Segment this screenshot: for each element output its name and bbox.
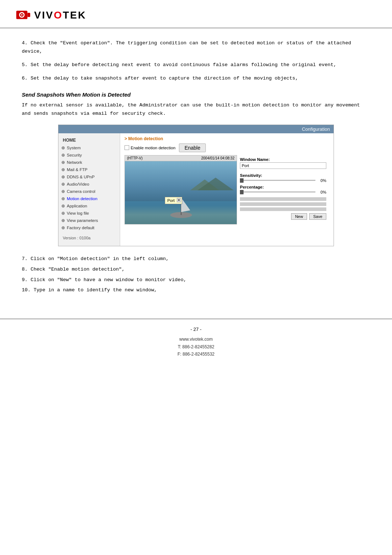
sidebar-item-label: Factory default	[67, 226, 94, 230]
instructions-list: 7. Click on "Motion detection" in the le…	[22, 255, 370, 295]
enable-button[interactable]: Enable	[179, 143, 206, 152]
enable-row: Enable motion detection Enable	[124, 143, 329, 152]
svg-rect-3	[28, 13, 30, 17]
sidebar-item-label: Security	[67, 153, 82, 157]
sensitivity-value: 0%	[318, 178, 326, 183]
port-input[interactable]	[240, 162, 326, 169]
page-header: VIVOTEK	[0, 0, 392, 28]
version-text: Version : 0100a	[58, 233, 120, 243]
text-line-2	[240, 202, 326, 206]
percentage-label: Percentage:	[240, 185, 326, 189]
footer-phone: T: 886-2-82455282	[0, 343, 392, 351]
video-protocol: (HTTP-V)	[127, 156, 143, 160]
sensitivity-slider-row: 0%	[240, 178, 326, 183]
bullet-icon: ⊕	[61, 145, 65, 150]
percentage-slider-row: 0%	[240, 190, 326, 194]
sensitivity-track[interactable]	[240, 180, 315, 181]
config-sidebar: HOME ⊕ System ⊕ Security ⊕ Network ⊕ Mai…	[58, 133, 120, 246]
sidebar-item-factory-default[interactable]: ⊕ Factory default	[58, 224, 120, 231]
sidebar-item-security[interactable]: ⊕ Security	[58, 151, 120, 159]
section-heading: Send Snapshots When Motion is Detected	[22, 92, 370, 98]
sidebar-item-label: Motion detection	[67, 197, 97, 201]
main-content: 4. Check the "Event operation". The trig…	[0, 28, 392, 304]
page-number: - 27 -	[0, 327, 392, 332]
sidebar-item-label: Camera control	[67, 189, 95, 194]
bullet-icon: ⊕	[61, 174, 65, 179]
new-button[interactable]: New	[291, 213, 307, 220]
sensitivity-label: Sensitivity:	[240, 173, 326, 178]
sidebar-item-label: View parameters	[67, 218, 98, 223]
bullet-icon: ⊕	[61, 153, 65, 158]
config-title-text: Configuration	[302, 126, 330, 132]
section-intro: If no external sensor is available, the …	[22, 101, 370, 118]
sidebar-item-camera-control[interactable]: ⊕ Camera control	[58, 188, 120, 195]
footer-website: www.vivotek.com	[0, 336, 392, 343]
port-popup-label: Port	[167, 198, 175, 203]
instruction-9: 9. Click on "New" to have a new window t…	[22, 276, 370, 284]
page-footer: - 27 - www.vivotek.com T: 886-2-82455282…	[0, 319, 392, 365]
video-frame: Port ✕	[124, 161, 237, 224]
text-line-3	[240, 207, 326, 211]
paragraph-4: 4. Check the "Event operation". The trig…	[22, 39, 370, 56]
sidebar-item-label: Mail & FTP	[67, 167, 87, 172]
logo-brand-text: VIVOTEK	[34, 9, 86, 21]
sidebar-item-label: View log file	[67, 211, 89, 215]
footer-contact: www.vivotek.com T: 886-2-82455282 F: 886…	[0, 336, 392, 358]
sidebar-item-application[interactable]: ⊕ Application	[58, 202, 120, 210]
sidebar-item-label: DDNS & UPnP	[67, 175, 95, 179]
percentage-track[interactable]	[240, 191, 315, 193]
logo-area: VIVOTEK	[15, 7, 377, 24]
instruction-8: 8. Check "Enable motion detection",	[22, 266, 370, 274]
bullet-icon: ⊕	[61, 160, 65, 165]
bullet-icon: ⊕	[61, 182, 65, 187]
vivotek-logo-icon	[15, 7, 32, 24]
sensitivity-thumb[interactable]	[240, 178, 244, 183]
sidebar-item-ddns-upnp[interactable]: ⊕ DDNS & UPnP	[58, 173, 120, 181]
sidebar-item-view-parameters[interactable]: ⊕ View parameters	[58, 217, 120, 224]
sidebar-item-label: Application	[67, 204, 87, 208]
config-title-bar: Configuration	[58, 125, 334, 133]
port-close-button[interactable]: ✕	[177, 198, 181, 202]
sidebar-item-label: System	[67, 146, 81, 150]
percentage-thumb[interactable]	[240, 190, 244, 194]
bullet-icon: ⊕	[61, 211, 65, 216]
action-buttons: New Save	[240, 213, 326, 220]
motion-detection-title: > Motion detection	[124, 136, 329, 141]
bullet-icon: ⊕	[61, 218, 65, 223]
bullet-icon: ⊕	[61, 203, 65, 208]
sidebar-item-label: Network	[67, 160, 82, 165]
config-screenshot: Configuration HOME ⊕ System ⊕ Security ⊕…	[58, 125, 334, 246]
bullet-icon: ⊕	[61, 225, 65, 230]
bullet-icon: ⊕	[61, 189, 65, 194]
sidebar-item-system[interactable]: ⊕ System	[58, 144, 120, 151]
paragraph-5: 5. Set the delay before detecting next e…	[22, 61, 370, 69]
sidebar-item-label: Audio/Video	[67, 182, 89, 186]
config-main-panel: > Motion detection Enable motion detecti…	[120, 133, 334, 246]
svg-point-4	[21, 14, 23, 16]
sidebar-item-motion-detection[interactable]: ⊕ Motion detection	[58, 195, 120, 202]
video-container: (HTTP-V) 2004/01/14 04:08:32	[124, 155, 237, 224]
instruction-7: 7. Click on "Motion detection" in the le…	[22, 255, 370, 263]
enable-label: Enable motion detection	[131, 146, 175, 150]
bullet-icon: ⊕	[61, 196, 65, 201]
bullet-icon: ⊕	[61, 167, 65, 172]
instruction-10: 10. Type in a name to identify the new w…	[22, 286, 370, 295]
percentage-value: 0%	[318, 190, 326, 194]
sidebar-home[interactable]: HOME	[58, 136, 120, 144]
enable-checkbox-area[interactable]: Enable motion detection	[124, 145, 175, 150]
footer-fax: F: 886-2-82455532	[0, 351, 392, 358]
config-body: HOME ⊕ System ⊕ Security ⊕ Network ⊕ Mai…	[58, 133, 334, 246]
sidebar-item-view-log[interactable]: ⊕ View log file	[58, 210, 120, 217]
sidebar-item-network[interactable]: ⊕ Network	[58, 159, 120, 166]
video-landscape	[125, 161, 237, 224]
paragraph-6: 6. Set the delay to take snapshots after…	[22, 74, 370, 83]
text-line-1	[240, 197, 326, 201]
video-info-row: (HTTP-V) 2004/01/14 04:08:32	[124, 155, 329, 224]
window-name-label: Window Name:	[240, 157, 326, 162]
save-button[interactable]: Save	[309, 213, 326, 220]
port-popup: Port ✕	[165, 197, 182, 204]
sidebar-item-mail-ftp[interactable]: ⊕ Mail & FTP	[58, 166, 120, 173]
sidebar-item-audio-video[interactable]: ⊕ Audio/Video	[58, 181, 120, 188]
enable-checkbox[interactable]	[124, 145, 129, 150]
video-header: (HTTP-V) 2004/01/14 04:08:32	[124, 155, 237, 161]
